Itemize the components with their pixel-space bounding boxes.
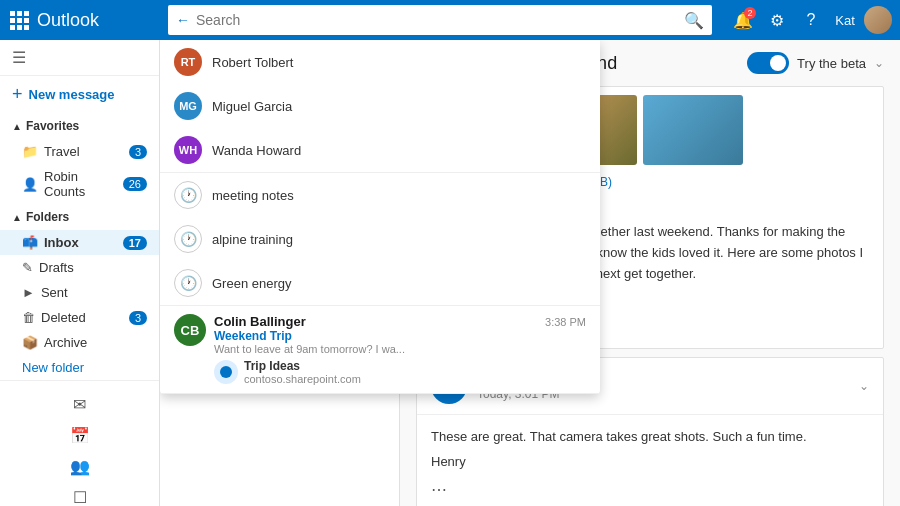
thread-chevron-icon[interactable]: ⌄ (859, 379, 869, 393)
calendar-nav-icon[interactable]: 📅 (0, 420, 159, 451)
toggle-switch[interactable] (747, 52, 789, 74)
try-beta-label: Try the beta (797, 56, 866, 71)
attachment-info: Trip Ideas contoso.sharepoint.com (244, 359, 361, 385)
search-bar[interactable]: ← 🔍 (168, 5, 712, 35)
sidebar-folders-header[interactable]: ▲ Folders (0, 204, 159, 230)
chevron-down-icon: ▲ (12, 121, 22, 132)
attachment-name: Trip Ideas (244, 359, 361, 373)
colin-email-meta: Colin Ballinger 3:38 PM Weekend Trip Wan… (214, 314, 586, 385)
henry-expand-dots[interactable]: ⋯ (431, 473, 869, 506)
avatar[interactable] (864, 6, 892, 34)
suggestion-wanda[interactable]: WH Wanda Howard (160, 128, 600, 172)
deleted-count: 3 (129, 311, 147, 325)
sidebar-item-inbox[interactable]: 📫 Inbox 17 (0, 230, 159, 255)
suggestion-name-miguel: Miguel Garcia (212, 99, 292, 114)
drafts-label: Drafts (39, 260, 74, 275)
henry-reply-sig: Henry (431, 452, 869, 473)
content-area: RT Robert Tolbert MG Miguel Garcia WH Wa… (160, 40, 900, 506)
thread-img-3 (643, 95, 743, 165)
app-logo: Outlook (0, 10, 160, 31)
history-icon-2: 🕐 (174, 225, 202, 253)
chevron-down-icon-2: ▲ (12, 212, 22, 223)
robin-label: Robin Counts (44, 169, 117, 199)
svg-point-0 (220, 366, 232, 378)
history-icon-3: 🕐 (174, 269, 202, 297)
inbox-count: 17 (123, 236, 147, 250)
travel-count: 3 (129, 145, 147, 159)
suggestion-avatar-miguel: MG (174, 92, 202, 120)
archive-icon: 📦 (22, 335, 38, 350)
suggestion-green[interactable]: 🕐 Green energy (160, 261, 600, 305)
history-icon-1: 🕐 (174, 181, 202, 209)
suggestion-meeting[interactable]: 🕐 meeting notes (160, 173, 600, 217)
toggle-knob (770, 55, 786, 71)
chevron-down-icon-reading[interactable]: ⌄ (874, 56, 884, 70)
folder-icon: 📁 (22, 144, 38, 159)
sidebar-item-travel[interactable]: 📁 Travel 3 (0, 139, 159, 164)
sidebar: ☰ + New message ▲ Favorites 📁 Travel 3 👤… (0, 40, 160, 506)
suggestion-miguel[interactable]: MG Miguel Garcia (160, 84, 600, 128)
sharepoint-icon (214, 360, 238, 384)
notification-badge: 2 (744, 7, 756, 19)
colin-subject: Weekend Trip (214, 329, 586, 343)
topbar: Outlook ← 🔍 🔔 2 ⚙ ? Kat (0, 0, 900, 40)
new-message-label: New message (29, 87, 115, 102)
sidebar-item-drafts[interactable]: ✎ Drafts (0, 255, 159, 280)
sidebar-header: ☰ (0, 40, 159, 76)
topbar-actions: 🔔 2 ⚙ ? Kat (720, 5, 900, 35)
search-email-result[interactable]: CB Colin Ballinger 3:38 PM Weekend Trip … (160, 306, 600, 394)
henry-reply-body: These are great. That camera takes great… (417, 415, 883, 506)
sent-icon: ► (22, 285, 35, 300)
back-icon[interactable]: ← (176, 12, 190, 28)
hamburger-icon[interactable]: ☰ (12, 48, 26, 67)
inbox-label: Inbox (44, 235, 79, 250)
suggestion-avatar-robert: RT (174, 48, 202, 76)
henry-body-text: These are great. That camera takes great… (431, 427, 869, 448)
new-message-button[interactable]: + New message (0, 76, 159, 113)
plus-icon: + (12, 84, 23, 105)
robin-count: 26 (123, 177, 147, 191)
sidebar-item-archive[interactable]: 📦 Archive (0, 330, 159, 355)
search-input[interactable] (196, 12, 684, 28)
colin-time: 3:38 PM (545, 316, 586, 328)
travel-label: Travel (44, 144, 80, 159)
help-icon[interactable]: ? (796, 5, 826, 35)
notifications-icon[interactable]: 🔔 2 (728, 5, 758, 35)
sidebar-item-robin[interactable]: 👤 Robin Counts 26 (0, 164, 159, 204)
colin-sender: Colin Ballinger (214, 314, 306, 329)
suggestion-robert[interactable]: RT Robert Tolbert (160, 40, 600, 84)
new-folder-link[interactable]: New folder (0, 355, 159, 380)
deleted-label: Deleted (41, 310, 86, 325)
sidebar-favorites-header[interactable]: ▲ Favorites (0, 113, 159, 139)
people-nav-icon[interactable]: 👥 (0, 451, 159, 482)
suggestion-name-robert: Robert Tolbert (212, 55, 293, 70)
suggestion-meeting-notes: meeting notes (212, 188, 294, 203)
suggestion-green-energy: Green energy (212, 276, 292, 291)
mail-nav-icon[interactable]: ✉ (0, 389, 159, 420)
person-icon: 👤 (22, 177, 38, 192)
inbox-icon: 📫 (22, 235, 38, 250)
main-layout: ☰ + New message ▲ Favorites 📁 Travel 3 👤… (0, 40, 900, 506)
trash-icon: 🗑 (22, 310, 35, 325)
search-icon[interactable]: 🔍 (684, 11, 704, 30)
sidebar-item-sent[interactable]: ► Sent (0, 280, 159, 305)
sent-label: Sent (41, 285, 68, 300)
app-name: Outlook (37, 10, 99, 31)
tasks-nav-icon[interactable]: ☐ (0, 482, 159, 506)
settings-icon[interactable]: ⚙ (762, 5, 792, 35)
folders-label: Folders (26, 210, 69, 224)
sidebar-bottom-icons: ✉ 📅 👥 ☐ ⋯ (0, 380, 159, 506)
colin-avatar: CB (174, 314, 206, 346)
user-name[interactable]: Kat (830, 5, 860, 35)
suggestion-name-wanda: Wanda Howard (212, 143, 301, 158)
suggestion-avatar-wanda: WH (174, 136, 202, 164)
try-beta-toggle[interactable]: Try the beta ⌄ (747, 52, 884, 74)
suggestion-alpine[interactable]: 🕐 alpine training (160, 217, 600, 261)
colin-preview: Want to leave at 9am tomorrow? I wa... (214, 343, 586, 355)
suggestion-alpine-training: alpine training (212, 232, 293, 247)
archive-label: Archive (44, 335, 87, 350)
app-grid-icon[interactable] (10, 11, 29, 30)
attachment-url: contoso.sharepoint.com (244, 373, 361, 385)
sidebar-item-deleted[interactable]: 🗑 Deleted 3 (0, 305, 159, 330)
favorites-label: Favorites (26, 119, 79, 133)
